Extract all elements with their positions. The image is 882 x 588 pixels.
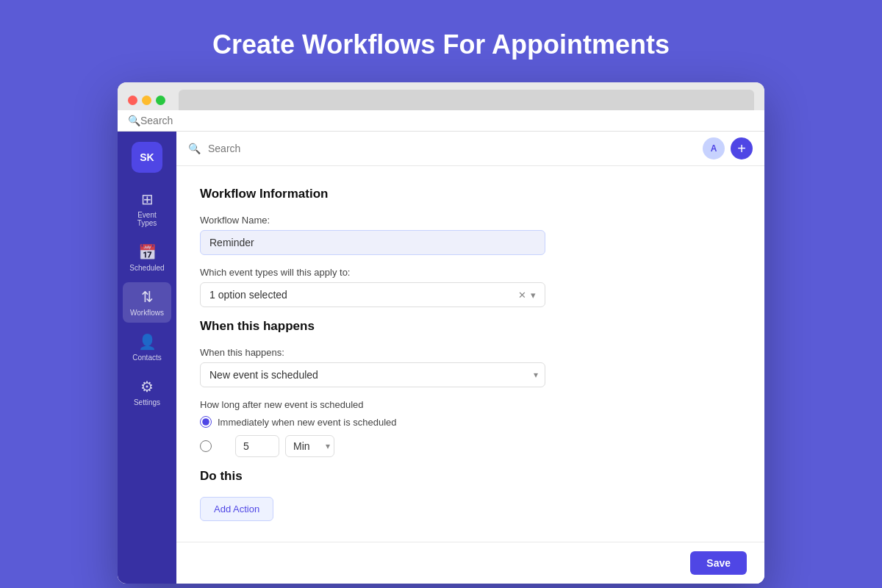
sidebar-item-workflows[interactable]: ⇅ Workflows	[123, 282, 171, 323]
sidebar-label-event-types: Event Types	[127, 211, 167, 227]
event-types-group: Which event types will this apply to: 1 …	[200, 267, 741, 307]
logo-text: SK	[140, 151, 154, 163]
traffic-lights	[128, 96, 165, 105]
delay-row: Min Hour Day	[235, 435, 334, 457]
top-bar: 🔍 A +	[176, 132, 764, 166]
sidebar-label-contacts: Contacts	[132, 354, 161, 362]
topbar-search-input[interactable]	[208, 143, 695, 154]
workflow-icon: ⇅	[141, 288, 154, 306]
how-long-group: How long after new event is scheduled Im…	[200, 399, 741, 457]
timing-radio-group: Immediately when new event is scheduled …	[200, 416, 741, 457]
settings-icon: ⚙	[140, 378, 154, 395]
search-input[interactable]	[140, 115, 754, 126]
delay-unit-wrapper: Min Hour Day	[285, 435, 334, 457]
how-long-label: How long after new event is scheduled	[200, 399, 741, 410]
workflow-info-section: Workflow Information Workflow Name: Whic…	[200, 187, 741, 307]
save-button[interactable]: Save	[690, 551, 747, 575]
browser-window: 🔍 SK ⊞ Event Types 📅 Scheduled ⇅ Workflo…	[118, 82, 764, 584]
minimize-traffic-light[interactable]	[142, 96, 151, 105]
avatar-button[interactable]: A	[703, 137, 725, 159]
do-this-section: Do this Add Action	[200, 469, 741, 521]
add-button[interactable]: +	[731, 137, 753, 159]
workflow-name-input[interactable]	[200, 230, 545, 255]
topbar-search-icon: 🔍	[188, 143, 201, 154]
maximize-traffic-light[interactable]	[156, 96, 165, 105]
event-types-label: Which event types will this apply to:	[200, 267, 741, 278]
workflow-info-title: Workflow Information	[200, 187, 741, 201]
sidebar-item-settings[interactable]: ⚙ Settings	[123, 372, 171, 412]
workflow-name-label: Workflow Name:	[200, 215, 741, 226]
browser-chrome	[118, 82, 764, 110]
when-title: When this happens	[200, 319, 741, 334]
when-happens-label: When this happens:	[200, 347, 741, 358]
topbar-actions: A +	[703, 137, 753, 159]
immediate-label: Immediately when new event is scheduled	[218, 417, 397, 428]
sidebar-item-scheduled[interactable]: 📅 Scheduled	[123, 237, 171, 278]
when-section: When this happens When this happens: New…	[200, 319, 741, 457]
sidebar-label-scheduled: Scheduled	[129, 264, 164, 272]
bottom-bar: Save	[176, 542, 764, 584]
event-types-value: 1 option selected	[209, 289, 518, 301]
when-happens-select[interactable]: New event is scheduled Event is cancelle…	[200, 362, 545, 387]
calendar-icon: 📅	[138, 243, 157, 261]
sidebar-item-event-types[interactable]: ⊞ Event Types	[123, 184, 171, 233]
delay-radio-item: Min Hour Day	[200, 435, 741, 457]
search-icon: 🔍	[128, 115, 140, 126]
delay-number-input[interactable]	[235, 435, 279, 457]
app-layout: SK ⊞ Event Types 📅 Scheduled ⇅ Workflows…	[118, 132, 764, 584]
main-content: 🔍 A + Workflow Information Workflow Name…	[176, 132, 764, 584]
page-title: Create Workflows For Appointments	[212, 29, 670, 60]
when-happens-group: When this happens: New event is schedule…	[200, 347, 741, 387]
form-area: Workflow Information Workflow Name: Whic…	[176, 166, 764, 542]
workflow-name-group: Workflow Name:	[200, 215, 741, 255]
sidebar-item-contacts[interactable]: 👤 Contacts	[123, 327, 171, 368]
do-this-title: Do this	[200, 469, 741, 484]
sidebar: SK ⊞ Event Types 📅 Scheduled ⇅ Workflows…	[118, 132, 176, 584]
sidebar-label-settings: Settings	[134, 398, 160, 406]
browser-tab-bar	[179, 90, 754, 110]
delay-unit-select[interactable]: Min Hour Day	[285, 435, 334, 457]
multi-select-icons: ✕ ▾	[518, 290, 536, 301]
clear-icon[interactable]: ✕	[518, 290, 526, 301]
grid-icon: ⊞	[141, 190, 154, 208]
sidebar-label-workflows: Workflows	[130, 309, 164, 317]
when-happens-select-wrapper: New event is scheduled Event is cancelle…	[200, 362, 545, 387]
address-bar-area: 🔍	[118, 110, 764, 132]
immediate-radio[interactable]	[200, 416, 212, 428]
event-types-select[interactable]: 1 option selected ✕ ▾	[200, 282, 545, 307]
sidebar-logo: SK	[132, 142, 162, 173]
close-traffic-light[interactable]	[128, 96, 137, 105]
add-action-button[interactable]: Add Action	[200, 497, 273, 521]
delay-radio[interactable]	[200, 440, 212, 452]
immediate-radio-item: Immediately when new event is scheduled	[200, 416, 741, 428]
contacts-icon: 👤	[138, 333, 157, 351]
chevron-down-icon: ▾	[531, 290, 536, 301]
